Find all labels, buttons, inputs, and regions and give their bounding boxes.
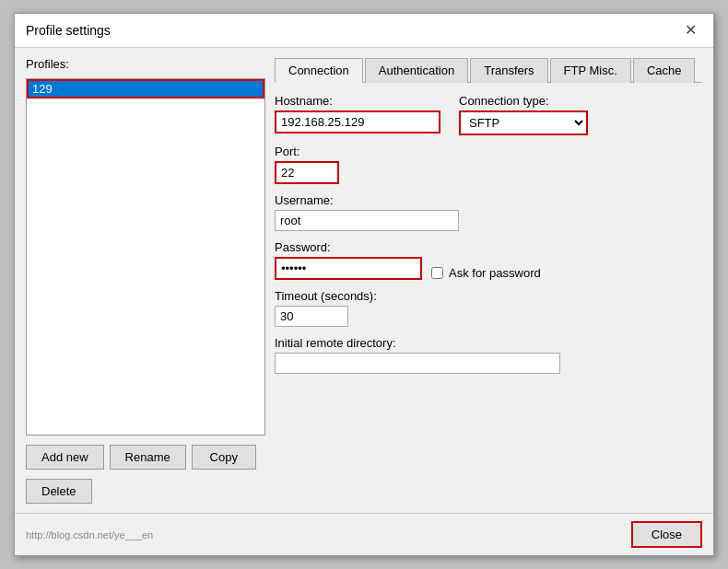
profiles-panel: Profiles: 129 Add new Rename Copy Delete [26,57,265,504]
hostname-input[interactable] [275,110,440,134]
port-label: Port: [275,145,702,158]
tab-transfers[interactable]: Transfers [470,58,547,83]
port-group: Port: [275,145,702,184]
tab-cache[interactable]: Cache [633,58,696,83]
hostname-group: Hostname: [275,94,440,134]
add-new-button[interactable]: Add new [26,445,104,470]
port-input[interactable] [275,161,339,184]
delete-button[interactable]: Delete [26,479,92,504]
tab-ftp-misc[interactable]: FTP Misc. [550,58,631,83]
close-button[interactable]: Close [631,521,702,548]
profile-settings-dialog: Profile settings ✕ Profiles: 129 Add new… [14,13,714,556]
hostname-label: Hostname: [275,94,440,108]
right-panel: Connection Authentication Transfers FTP … [275,57,702,504]
username-input[interactable] [275,210,459,231]
password-input[interactable] [275,257,422,280]
password-label: Password: [275,240,702,254]
tabs: Connection Authentication Transfers FTP … [275,57,702,83]
remote-dir-input[interactable] [275,353,560,374]
tab-authentication[interactable]: Authentication [365,58,468,83]
connection-type-select[interactable]: SFTP FTP FTPS SCP [459,110,588,135]
ask-password-row: Ask for password [431,266,541,280]
profiles-buttons-row2: Delete [26,479,265,504]
dialog-body: Profiles: 129 Add new Rename Copy Delete… [15,48,713,513]
profiles-list: 129 [26,78,265,435]
dialog-footer: http://blog.csdn.net/ye___en Close [15,513,713,555]
connection-tab-content: Hostname: Connection type: SFTP FTP FTPS… [275,94,702,504]
connection-type-label: Connection type: [459,94,588,108]
timeout-label: Timeout (seconds): [275,289,702,303]
dialog-title: Profile settings [26,23,111,38]
profiles-buttons: Add new Rename Copy [26,445,265,470]
timeout-group: Timeout (seconds): [275,289,702,327]
profile-item[interactable]: 129 [27,79,264,99]
hostname-connection-row: Hostname: Connection type: SFTP FTP FTPS… [275,94,702,135]
copy-button[interactable]: Copy [192,445,256,470]
password-row: Ask for password [275,257,702,280]
ask-password-checkbox[interactable] [431,267,443,279]
tab-connection[interactable]: Connection [275,58,363,83]
rename-button[interactable]: Rename [110,445,186,470]
dialog-close-button[interactable]: ✕ [679,21,702,40]
username-label: Username: [275,193,702,207]
title-bar: Profile settings ✕ [15,14,713,48]
username-group: Username: [275,193,702,231]
footer-url: http://blog.csdn.net/ye___en [26,529,153,540]
password-group: Password: Ask for password [275,240,702,280]
profiles-label: Profiles: [26,57,265,71]
remote-dir-group: Initial remote directory: [275,336,702,374]
remote-dir-label: Initial remote directory: [275,336,702,350]
timeout-input[interactable] [275,306,348,327]
ask-password-label: Ask for password [449,266,541,280]
connection-type-group: Connection type: SFTP FTP FTPS SCP [459,94,588,135]
